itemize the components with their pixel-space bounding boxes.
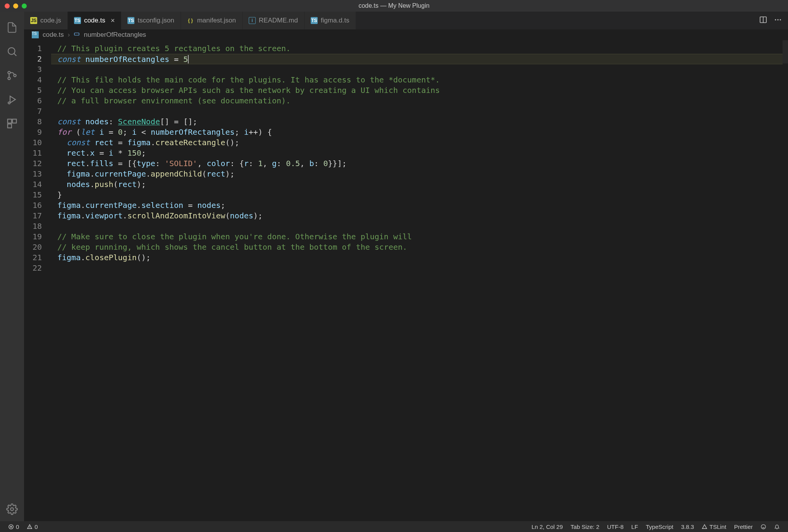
minimap-thumb[interactable] (783, 40, 788, 63)
tab-README-md[interactable]: iREADME.md (243, 12, 305, 29)
ts-file-icon: TS (127, 17, 134, 24)
minimize-window-button[interactable] (13, 3, 18, 9)
line-number-gutter[interactable]: 12345678910111213141516171819202122 (24, 40, 51, 521)
line-number[interactable]: 5 (24, 85, 42, 96)
line-number[interactable]: 7 (24, 106, 42, 117)
titlebar[interactable]: code.ts — My New Plugin (0, 0, 788, 12)
code-line[interactable]: figma.currentPage.appendChild(rect); (51, 169, 783, 179)
tab-manifest-json[interactable]: { }manifest.json (181, 12, 243, 29)
line-number[interactable]: 11 (24, 148, 42, 158)
line-number[interactable]: 21 (24, 252, 42, 263)
code-line[interactable]: figma.viewport.scrollAndZoomIntoView(nod… (51, 211, 783, 221)
line-number[interactable]: 17 (24, 211, 42, 221)
line-number[interactable]: 14 (24, 179, 42, 190)
code-line[interactable]: } (51, 190, 783, 200)
status-feedback-icon[interactable] (758, 524, 769, 530)
line-number[interactable]: 1 (24, 43, 42, 54)
warning-triangle-icon (27, 524, 33, 530)
source-control-icon[interactable] (0, 63, 24, 88)
line-number[interactable]: 2 (24, 54, 42, 64)
line-number[interactable]: 20 (24, 242, 42, 252)
line-number[interactable]: 15 (24, 190, 42, 200)
maximize-window-button[interactable] (22, 3, 27, 9)
more-actions-icon[interactable] (774, 16, 782, 26)
line-number[interactable]: 19 (24, 232, 42, 242)
editor-area: JScode.jsTScode.ts×TStsconfig.json{ }man… (24, 12, 788, 521)
settings-gear-icon[interactable] (0, 497, 24, 521)
json-file-icon: { } (187, 17, 194, 24)
status-encoding[interactable]: UTF-8 (604, 523, 626, 530)
line-number[interactable]: 4 (24, 75, 42, 85)
code-line[interactable]: // a full browser environment (see docum… (51, 96, 783, 106)
split-editor-icon[interactable] (759, 16, 767, 26)
svg-point-0 (8, 48, 15, 55)
explorer-icon[interactable] (0, 15, 24, 39)
code-line[interactable]: nodes.push(rect); (51, 179, 783, 190)
code-line[interactable] (51, 64, 783, 75)
line-number[interactable]: 8 (24, 117, 42, 127)
breadcrumb-symbol[interactable]: numberOfRectangles (84, 31, 146, 39)
code-line[interactable]: // Make sure to close the plugin when yo… (51, 232, 783, 242)
code-line[interactable] (51, 106, 783, 117)
status-warnings[interactable]: 0 (24, 523, 40, 530)
line-number[interactable]: 22 (24, 263, 42, 273)
code-line[interactable]: figma.currentPage.selection = nodes; (51, 200, 783, 211)
line-number[interactable]: 6 (24, 96, 42, 106)
breadcrumb[interactable]: TS code.ts › numberOfRectangles (24, 29, 788, 40)
js-file-icon: JS (30, 17, 37, 24)
breadcrumb-file[interactable]: code.ts (43, 31, 64, 39)
code-line[interactable]: // You can access browser APIs such as t… (51, 85, 783, 96)
symbol-variable-icon (74, 31, 80, 39)
code-line[interactable]: rect.fills = [{type: 'SOLID', color: {r:… (51, 158, 783, 169)
code-line[interactable] (51, 221, 783, 232)
status-cursor-position[interactable]: Ln 2, Col 29 (529, 523, 566, 530)
traffic-lights (5, 3, 27, 9)
code-line[interactable]: const rect = figma.createRectangle(); (51, 137, 783, 148)
close-tab-icon[interactable]: × (111, 17, 115, 25)
bell-icon (774, 524, 780, 530)
code-line[interactable]: const numberOfRectangles = 5 (51, 54, 783, 64)
status-tslint[interactable]: TSLint (699, 523, 729, 530)
code-line[interactable]: // This file holds the main code for the… (51, 75, 783, 85)
tab-code-js[interactable]: JScode.js (24, 12, 68, 29)
code-line[interactable]: const nodes: SceneNode[] = []; (51, 117, 783, 127)
close-window-button[interactable] (5, 3, 10, 9)
svg-point-1 (8, 71, 10, 74)
status-errors[interactable]: 0 (5, 523, 22, 530)
extensions-icon[interactable] (0, 112, 24, 136)
code-line[interactable]: // keep running, which shows the cancel … (51, 242, 783, 252)
debug-icon[interactable] (0, 88, 24, 112)
code-line[interactable]: for (let i = 0; i < numberOfRectangles; … (51, 127, 783, 137)
line-number[interactable]: 18 (24, 221, 42, 232)
code-content[interactable]: // This plugin creates 5 rectangles on t… (51, 40, 783, 521)
code-line[interactable]: rect.x = i * 150; (51, 148, 783, 158)
activity-bar (0, 12, 24, 521)
svg-point-4 (8, 102, 10, 104)
line-number[interactable]: 13 (24, 169, 42, 179)
line-number[interactable]: 3 (24, 64, 42, 75)
tab-figma-d-ts[interactable]: TSfigma.d.ts (305, 12, 356, 29)
line-number[interactable]: 16 (24, 200, 42, 211)
svg-point-3 (14, 74, 16, 77)
tab-tsconfig-json[interactable]: TStsconfig.json (121, 12, 181, 29)
line-number[interactable]: 9 (24, 127, 42, 137)
line-number[interactable]: 10 (24, 137, 42, 148)
code-editor[interactable]: 12345678910111213141516171819202122 // T… (24, 40, 788, 521)
status-ts-version[interactable]: 3.8.3 (678, 523, 697, 530)
svg-point-2 (8, 77, 10, 79)
tab-label: tsconfig.json (138, 17, 174, 24)
code-line[interactable] (51, 263, 783, 273)
status-bar: 0 0 Ln 2, Col 29 Tab Size: 2 UTF-8 LF Ty… (0, 521, 788, 532)
tab-code-ts[interactable]: TScode.ts× (68, 12, 121, 29)
status-language[interactable]: TypeScript (643, 523, 676, 530)
search-icon[interactable] (0, 39, 24, 63)
status-eol[interactable]: LF (629, 523, 641, 530)
minimap[interactable] (783, 40, 788, 521)
status-bell-icon[interactable] (771, 524, 783, 530)
status-tab-size[interactable]: Tab Size: 2 (568, 523, 602, 530)
code-line[interactable]: figma.closePlugin(); (51, 252, 783, 263)
line-number[interactable]: 12 (24, 158, 42, 169)
status-prettier[interactable]: Prettier (731, 523, 755, 530)
ts-file-icon: TS (32, 31, 39, 38)
code-line[interactable]: // This plugin creates 5 rectangles on t… (51, 43, 783, 54)
